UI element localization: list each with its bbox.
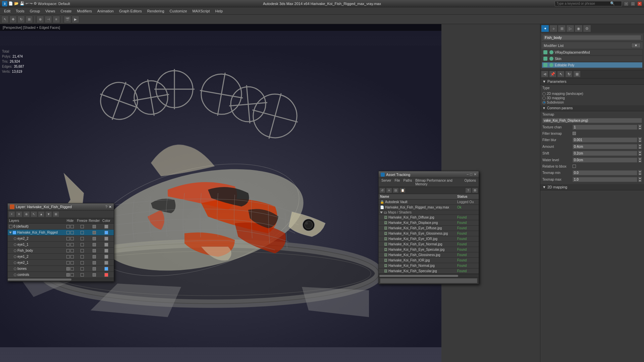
layer-btn-add[interactable]: ⊕ xyxy=(23,211,30,217)
cb-f-eye12[interactable] xyxy=(80,255,84,258)
checkbox-hide-default[interactable] xyxy=(66,225,70,228)
amount-down[interactable]: ▼ xyxy=(638,146,642,149)
layer-row-fish[interactable]: Harivake_Koi_Fish_Rigged xyxy=(8,230,114,236)
cb-h2-fb[interactable] xyxy=(70,249,74,252)
new-btn[interactable]: 📄 xyxy=(8,1,13,6)
align-btn[interactable]: ≡ xyxy=(53,16,60,23)
mod-nav-scale[interactable]: ⊞ xyxy=(573,71,581,77)
at-file-row[interactable]: 🖼 Harivake_Koi_Fish_Eye_Glossiness.jpg F… xyxy=(379,231,479,236)
layer-btn-up[interactable]: ▲ xyxy=(38,211,45,217)
render-setup-btn[interactable]: 🎬 xyxy=(64,16,71,23)
cb-h2-eye21[interactable] xyxy=(70,261,74,264)
cb-h-eye12[interactable] xyxy=(66,255,70,258)
at-file-row[interactable]: 🖼 Harivake_Koi_Fish_Eye_Normal.jpg Found xyxy=(379,242,479,247)
options-btn[interactable]: ⚙ xyxy=(34,1,37,6)
cs-eye11[interactable] xyxy=(104,243,108,247)
menu-rendering[interactable]: Rendering xyxy=(145,7,167,15)
at-menu-file[interactable]: File xyxy=(393,178,401,186)
cb-f-eye22[interactable] xyxy=(80,237,84,240)
modifier-list-dropdown[interactable]: ▼ xyxy=(631,43,641,48)
close-btn[interactable]: ✕ xyxy=(637,1,642,6)
at-scrollbar[interactable] xyxy=(379,274,479,277)
move-btn[interactable]: ✥ xyxy=(9,16,17,23)
cb-h2-eye11[interactable] xyxy=(70,243,74,246)
layer-btn-down[interactable]: ▼ xyxy=(45,211,52,217)
layer-row-eye11[interactable]: eye1_1 xyxy=(8,242,114,248)
layer-row-eye21[interactable]: eye2_1 xyxy=(8,260,114,266)
texture-chan-input[interactable] xyxy=(573,125,637,130)
rotate-btn[interactable]: ↻ xyxy=(17,16,25,23)
at-menu-bitmap[interactable]: Bitmap Performance and Memory xyxy=(414,178,462,186)
cb-f-controls[interactable] xyxy=(80,273,84,277)
modifier-editable-poly[interactable]: Editable Poly xyxy=(542,62,643,68)
menu-maxscript[interactable]: MAXScript xyxy=(190,7,213,15)
cb-h2-bones[interactable] xyxy=(70,267,74,270)
layer-btn-merge[interactable]: ⊞ xyxy=(53,211,59,217)
at-menu-options[interactable]: Options xyxy=(463,178,477,186)
cb-r-eye22[interactable] xyxy=(93,237,96,240)
cb-r-controls[interactable] xyxy=(93,273,96,277)
minimize-btn[interactable]: − xyxy=(624,1,629,6)
at-file-row[interactable]: 🖼 Harivake_Koi_Fish_Specular.jpg Found xyxy=(379,268,479,274)
layer-row-eye12[interactable]: eye1_2 xyxy=(8,254,114,260)
layer-row-default[interactable]: 0 (default) xyxy=(8,224,114,230)
cs-bones[interactable] xyxy=(104,267,108,271)
filter-texmap-checkbox[interactable] xyxy=(573,132,576,135)
mod-nav-up[interactable]: ⊲ xyxy=(541,71,548,77)
at-scrollbar-thumb[interactable] xyxy=(379,275,458,277)
tab-modify[interactable]: ⟡ xyxy=(549,25,557,32)
open-btn[interactable]: 📂 xyxy=(14,1,19,6)
scale-btn[interactable]: ⊞ xyxy=(25,16,33,23)
search-input[interactable] xyxy=(556,2,610,5)
at-file-row[interactable]: 🖼 Harivake_Koi_Fish_Normal.jpg Found xyxy=(379,263,479,268)
shift-input[interactable] xyxy=(573,151,637,156)
cb-f-bones[interactable] xyxy=(80,267,84,270)
at-file-row[interactable]: 🖼 Harivake_Koi_Fish_Eye_Diffuse.jpg Foun… xyxy=(379,226,479,231)
layer-scrollbar[interactable] xyxy=(8,278,114,281)
render-btn[interactable]: ▶ xyxy=(72,16,79,23)
layer-close-btn[interactable]: ✕ xyxy=(109,205,112,209)
checkbox-extra-default[interactable] xyxy=(70,225,74,228)
radio-subdivision[interactable]: Subdivision xyxy=(542,100,642,105)
at-file-row[interactable]: 🖼 Harivake_Koi_Fish_IOR.jpg Found xyxy=(379,258,479,263)
checkbox-hide-fish[interactable] xyxy=(66,231,70,234)
mod-render-vray[interactable] xyxy=(549,50,553,54)
menu-create[interactable]: Create xyxy=(58,7,74,15)
workspace-dropdown[interactable]: Workspace: Default xyxy=(38,2,70,6)
at-btn-help[interactable]: ? xyxy=(465,188,471,193)
at-main-file-row[interactable]: 📄 Harivake_Koi_Fish_Rigged_max_vray.max … xyxy=(379,205,479,210)
params-section-header[interactable]: ▼ Parameters xyxy=(540,78,644,85)
at-file-row[interactable]: 🖼 Harivake_Koi_Fish_Glossiness.jpg Found xyxy=(379,252,479,258)
snap-btn[interactable]: ⊕ xyxy=(37,16,44,23)
at-maximize-btn[interactable]: □ xyxy=(470,172,472,177)
color-swatch-default[interactable] xyxy=(104,225,108,229)
texmap-max-up[interactable]: ▲ xyxy=(638,177,642,179)
layer-row-fishbody[interactable]: Fish_body xyxy=(8,248,114,254)
cb-h2-eye22[interactable] xyxy=(70,237,74,240)
at-minimize-btn[interactable]: − xyxy=(467,172,469,177)
search-bar[interactable]: 🔍 xyxy=(555,1,622,6)
menu-help[interactable]: Help xyxy=(213,7,226,15)
at-search-input[interactable] xyxy=(380,278,477,283)
texmap-min-up[interactable]: ▲ xyxy=(638,170,642,173)
water-level-input[interactable] xyxy=(573,158,637,163)
cs-eye21[interactable] xyxy=(104,261,108,265)
modifier-skin[interactable]: Skin xyxy=(542,56,643,62)
filter-blur-input[interactable] xyxy=(573,137,637,142)
radio-3d-mapping[interactable]: 3D mapping xyxy=(542,96,642,100)
layer-question-btn[interactable]: ? xyxy=(105,205,107,209)
layer-row-eye22[interactable]: eye2_2 xyxy=(8,236,114,242)
texmap-max-down[interactable]: ▼ xyxy=(638,179,642,182)
viewport[interactable]: [Perspective] [Shaded + Edged Faces] xyxy=(0,24,441,362)
mod-nav-rotate[interactable]: ↻ xyxy=(565,71,573,77)
at-file-row[interactable]: 🖼 Harivake_Koi_Fish_Diffuse.jpg Found xyxy=(379,215,479,220)
layer-btn-delete[interactable]: ✕ xyxy=(16,211,22,217)
undo-btn[interactable]: ↩ xyxy=(25,1,29,6)
cb-r-eye21[interactable] xyxy=(93,261,96,264)
cb-h-eye21[interactable] xyxy=(66,261,70,264)
tab-hierarchy[interactable]: ⊞ xyxy=(558,25,566,32)
at-maps-group[interactable]: 🗂 Maps / Shaders xyxy=(379,210,479,215)
texture-chan-up[interactable]: ▲ xyxy=(638,124,642,127)
common-params-header[interactable]: ▼ Common params xyxy=(540,105,644,111)
mod-nav-pin[interactable]: 📌 xyxy=(549,71,556,77)
